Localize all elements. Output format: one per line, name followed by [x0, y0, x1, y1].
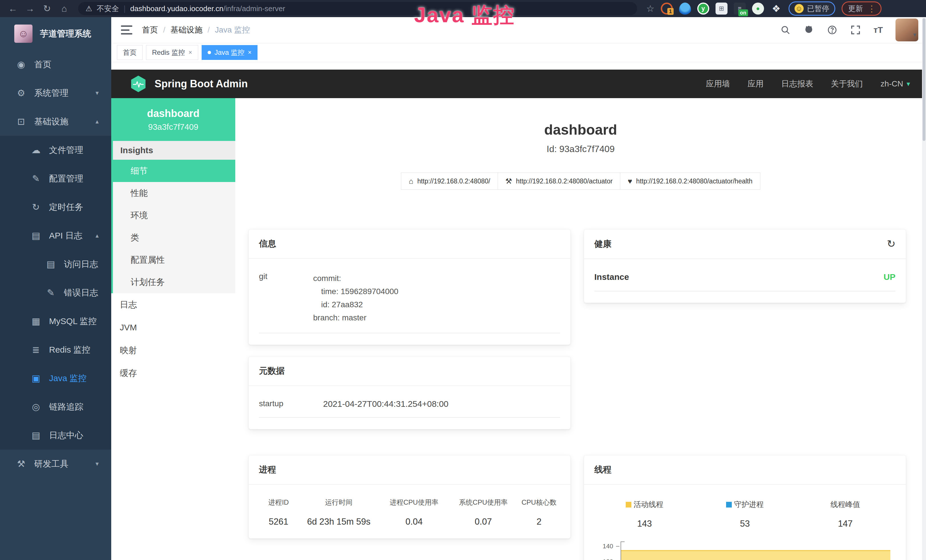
sba-item-logging[interactable]: 日志	[111, 293, 235, 316]
sidebar-item-redis-monitor[interactable]: ≣ Redis 监控	[0, 336, 111, 364]
tab-java-monitor[interactable]: Java 监控 ×	[202, 45, 257, 60]
column-header: 运行时间	[298, 498, 379, 507]
sidebar-item-label: 文件管理	[49, 144, 83, 156]
sidebar-item-mysql-monitor[interactable]: ▦ MySQL 监控	[0, 307, 111, 336]
instance-id-subtitle: Id: 93a3fc7f7409	[235, 144, 926, 154]
sidebar-item-home[interactable]: ◉ 首页	[0, 50, 111, 79]
sba-item-metrics[interactable]: 性能	[113, 182, 235, 204]
process-table: 进程ID 运行时间 进程CPU使用率 系统CPU使用率 CPU核心数 5261 …	[259, 498, 560, 527]
sidebar-item-java-monitor[interactable]: ▣ Java 监控	[0, 364, 111, 392]
sidebar-item-infra[interactable]: ⊡ 基础设施 ▴	[0, 107, 111, 136]
extension-icon-3[interactable]: y	[697, 3, 709, 15]
legend-peak-threads: 线程峰值	[795, 499, 896, 510]
health-url-button[interactable]: ♥ http://192.168.0.2:48080/actuator/heal…	[620, 173, 760, 190]
search-icon[interactable]	[780, 24, 791, 35]
sba-item-caches[interactable]: 缓存	[111, 362, 235, 384]
address-bar[interactable]: ⚠ 不安全 | dashboard.yudao.iocoder.cn/infra…	[78, 2, 637, 15]
sidebar-item-api-log[interactable]: ▤ API 日志 ▴	[0, 221, 111, 250]
sidebar-item-scheduled-jobs[interactable]: ↻ 定时任务	[0, 193, 111, 221]
legend-swatch-blue	[726, 502, 732, 507]
breadcrumb-separator: /	[207, 26, 210, 35]
health-url: http://192.168.0.2:48080/actuator/health	[636, 177, 753, 185]
extension-icon-6[interactable]: ●	[752, 3, 764, 15]
sidebar-item-label: 链路追踪	[49, 401, 83, 413]
sidebar-item-trace[interactable]: ◎ 链路追踪	[0, 392, 111, 421]
sba-item-classes[interactable]: 类	[113, 227, 235, 249]
close-icon[interactable]: ×	[248, 49, 251, 56]
chevron-down-icon: ▾	[95, 89, 99, 97]
sidebar-item-access-log[interactable]: ▤ 访问日志	[0, 250, 111, 278]
service-url-button[interactable]: ⌂ http://192.168.0.2:48080/	[401, 173, 498, 190]
url-path: /infra/admin-server	[223, 4, 285, 13]
git-commit-line: commit:	[313, 272, 560, 285]
scrollbar-thumb[interactable]	[923, 18, 925, 141]
fullscreen-icon[interactable]	[850, 24, 861, 35]
sba-item-environment[interactable]: 环境	[113, 204, 235, 227]
chevron-up-icon: ▴	[95, 118, 99, 125]
git-branch-line: branch: master	[313, 311, 560, 324]
y-tick: 140	[594, 543, 613, 550]
card-title: 线程	[594, 464, 611, 475]
sidebar-item-config-manage[interactable]: ✎ 配置管理	[0, 164, 111, 193]
hamburger-icon[interactable]	[121, 26, 132, 35]
sba-locale-select[interactable]: zh-CN ▾	[881, 79, 910, 88]
column-header: 进程CPU使用率	[379, 498, 449, 507]
browser-home-button[interactable]: ⌂	[56, 2, 72, 15]
puzzle-glyph: ❖	[772, 3, 780, 14]
tab-label: Java 监控	[215, 48, 244, 57]
sidebar-item-file-manage[interactable]: ☁ 文件管理	[0, 136, 111, 164]
sba-nav-about[interactable]: 关于我们	[831, 79, 863, 89]
tab-redis-monitor[interactable]: Redis 监控 ×	[146, 45, 198, 60]
actuator-url-button[interactable]: ⚒ http://192.168.0.2:48080/actuator	[498, 173, 620, 190]
breadcrumb-separator: /	[163, 26, 165, 35]
not-secure-icon: ⚠	[86, 4, 92, 13]
breadcrumb-home[interactable]: 首页	[142, 24, 158, 35]
sba-item-scheduled-tasks[interactable]: 计划任务	[113, 271, 235, 293]
browser-update-button[interactable]: 更新 ⋮	[841, 2, 882, 16]
github-icon[interactable]	[803, 24, 814, 35]
process-card: 进程 进程ID 运行时间 进程CPU使用率 系统CPU使用率 CPU核心数 52…	[248, 455, 570, 539]
tab-home[interactable]: 首页	[117, 45, 142, 60]
history-icon[interactable]: ↺	[887, 238, 896, 250]
sba-item-mappings[interactable]: 映射	[111, 339, 235, 362]
sidebar-item-error-log[interactable]: ✎ 错误日志	[0, 278, 111, 307]
y-tick: 120	[594, 558, 613, 560]
extension-icon-2[interactable]	[679, 3, 691, 15]
bookmark-star-icon[interactable]: ☆	[646, 3, 655, 14]
sidebar-item-label: 首页	[34, 59, 51, 70]
breadcrumb-current: Java 监控	[215, 24, 250, 35]
browser-forward-button[interactable]: →	[22, 2, 38, 15]
sba-nav-journal[interactable]: 日志报表	[781, 79, 813, 89]
browser-reload-button[interactable]: ↻	[39, 2, 55, 15]
sba-nav-applications[interactable]: 应用	[748, 79, 764, 89]
live-threads-area	[621, 550, 890, 560]
sba-item-jvm[interactable]: JVM	[111, 316, 235, 339]
breadcrumb-infra[interactable]: 基础设施	[171, 24, 203, 35]
extension-icon-5[interactable]: ≡on	[734, 3, 746, 15]
browser-menu-icon[interactable]: ⋮	[867, 4, 876, 14]
extension-icon-1[interactable]: 1	[661, 3, 673, 15]
browser-back-button[interactable]: ←	[5, 2, 21, 15]
browser-profile-chip[interactable]: ☺ 已暂停	[788, 2, 835, 16]
sidebar-item-dev-tools[interactable]: ⚒ 研发工具 ▾	[0, 450, 111, 478]
legend-swatch-yellow	[626, 502, 631, 507]
sba-nav-wallboard[interactable]: 应用墙	[706, 79, 730, 89]
column-header: CPU核心数	[518, 498, 560, 507]
sidebar-item-log-center[interactable]: ▤ 日志中心	[0, 421, 111, 450]
help-icon[interactable]	[827, 24, 838, 35]
sba-item-details[interactable]: 细节	[111, 160, 235, 182]
monitor-icon: ⊡	[16, 116, 26, 127]
page-scrollbar[interactable]	[922, 17, 926, 560]
avatar-caret-icon[interactable]: ▾	[913, 31, 916, 41]
extensions-puzzle-icon[interactable]: ❖	[770, 3, 782, 15]
sba-item-config-props[interactable]: 配置属性	[113, 249, 235, 271]
app-logo-row[interactable]: ☺ 芋道管理系统	[0, 17, 111, 50]
font-size-icon[interactable]: ᴛT	[873, 25, 883, 35]
sidebar-item-system[interactable]: ⚙ 系统管理 ▾	[0, 79, 111, 107]
sidebar-item-label: API 日志	[49, 230, 82, 242]
toolbox-icon: ⚒	[16, 459, 26, 469]
health-key: Instance	[594, 272, 629, 282]
extension-icon-4[interactable]: ⊞	[716, 3, 728, 15]
sba-brand-title[interactable]: Spring Boot Admin	[154, 78, 248, 90]
close-icon[interactable]: ×	[189, 49, 192, 56]
